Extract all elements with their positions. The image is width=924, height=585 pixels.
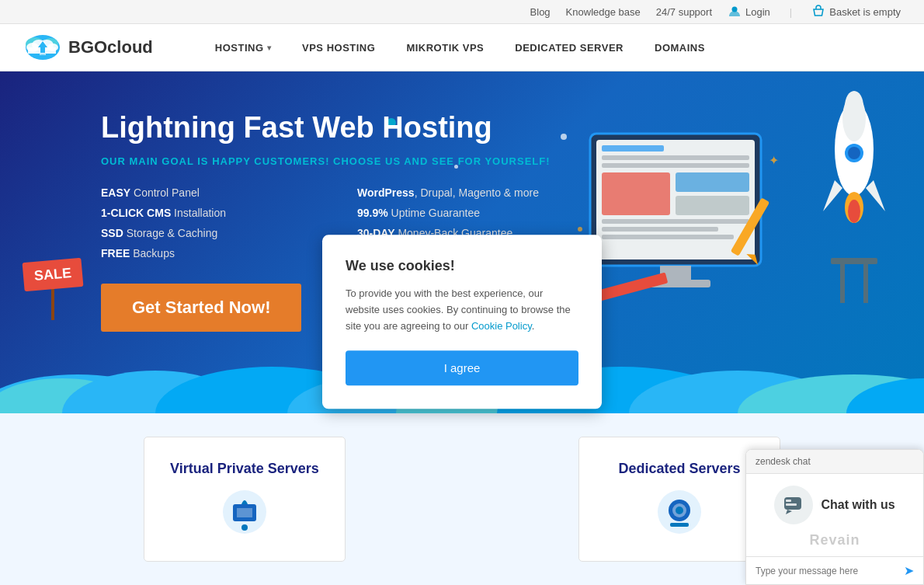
svg-marker-64 (786, 510, 792, 514)
rocket-illustration (808, 87, 901, 320)
monitor-illustration: ✦ ✦ (575, 118, 792, 351)
svg-rect-39 (831, 258, 877, 264)
svg-point-38 (848, 200, 860, 223)
chevron-down-icon: ▾ (267, 44, 272, 52)
svg-rect-14 (602, 145, 664, 151)
svg-rect-60 (670, 523, 689, 527)
basket-link[interactable]: Basket is empty (829, 6, 901, 18)
nav-dedicated-server[interactable]: DEDICATED SERVER (499, 34, 639, 61)
divider: | (790, 6, 792, 18)
svg-rect-20 (602, 219, 749, 224)
top-bar: Blog Knowledge base 24/7 support Login |… (0, 0, 924, 24)
zendesk-icon-area: Chat with us (774, 486, 894, 524)
zendesk-input-area: ➤ (746, 556, 923, 584)
svg-rect-21 (602, 227, 718, 232)
zendesk-message-input[interactable] (756, 566, 898, 576)
nav-hosting[interactable]: HOSTING ▾ (200, 34, 287, 61)
svg-marker-35 (823, 180, 842, 211)
zendesk-revain-label: Revain (809, 532, 860, 548)
cookie-title: We use cookies! (346, 258, 578, 274)
svg-rect-62 (786, 500, 791, 502)
knowledge-base-link[interactable]: Knowledge base (566, 6, 641, 18)
zendesk-header: zendesk chat (746, 450, 923, 474)
feature-6: 99.9% Uptime Guarantee (357, 207, 582, 219)
blog-link[interactable]: Blog (530, 6, 551, 18)
svg-point-34 (848, 147, 860, 159)
dedicated-icon (595, 489, 764, 538)
main-nav: HOSTING ▾ VPS HOSTING MIKROTIK VPS DEDIC… (200, 34, 901, 61)
svg-rect-19 (676, 196, 749, 215)
support-link[interactable]: 24/7 support (656, 6, 712, 18)
basket-icon (811, 5, 825, 19)
nav-domains[interactable]: DOMAINS (639, 34, 721, 61)
logo-icon (23, 32, 62, 63)
svg-point-32 (845, 91, 863, 122)
cookie-policy-link[interactable]: Cookie Policy (471, 320, 532, 332)
spacer-card (361, 437, 563, 562)
hero-title: Lightning Fast Web Hosting (101, 110, 582, 146)
zendesk-send-button[interactable]: ➤ (904, 563, 914, 578)
dedicated-card-title: Dedicated Servers (595, 461, 764, 477)
svg-rect-54 (237, 508, 252, 517)
basket-area: Basket is empty (811, 5, 901, 19)
feature-4: FREE Backups (101, 247, 326, 259)
logo[interactable]: BGOcloud (23, 32, 153, 63)
agree-button[interactable]: I agree (346, 350, 578, 385)
sale-sign: SALE (23, 260, 82, 320)
vps-card-title: Virtual Private Servers (160, 461, 329, 477)
svg-text:✦: ✦ (769, 154, 779, 167)
nav-vps-hosting[interactable]: VPS HOSTING (287, 34, 391, 61)
cookie-popup: We use cookies! To provide you with the … (322, 235, 602, 408)
feature-1: EASY Control Panel (101, 186, 326, 199)
header: BGOcloud HOSTING ▾ VPS HOSTING MIKROTIK … (0, 24, 924, 71)
sale-badge: SALE (23, 258, 84, 291)
svg-rect-22 (602, 235, 734, 239)
zendesk-chat: zendesk chat Chat with us Revain ➤ (745, 449, 924, 585)
user-icon (728, 5, 742, 19)
svg-rect-15 (602, 155, 749, 160)
login-link[interactable]: Login (745, 6, 770, 18)
svg-rect-41 (863, 264, 868, 303)
svg-rect-63 (786, 503, 797, 506)
feature-2: 1-CLICK CMS Installation (101, 207, 326, 219)
nav-mikrotik-vps[interactable]: MIKROTIK VPS (391, 34, 499, 61)
logo-text: BGOcloud (68, 37, 153, 57)
svg-rect-16 (602, 163, 749, 168)
hero-subtitle: OUR MAIN GOAL IS HAPPY CUSTOMERS! CHOOSE… (101, 155, 582, 167)
svg-marker-36 (866, 180, 885, 211)
vps-card[interactable]: Virtual Private Servers (144, 437, 346, 562)
login-area: Login (728, 5, 770, 19)
cookie-text: To provide you with the best experience,… (346, 286, 578, 334)
zendesk-chat-label: Chat with us (821, 498, 894, 512)
feature-3: SSD Storage & Caching (101, 227, 326, 239)
svg-rect-17 (602, 172, 670, 215)
get-started-button[interactable]: Get Started Now! (101, 284, 301, 332)
svg-point-59 (676, 507, 683, 514)
chat-bubble-icon (774, 486, 813, 524)
svg-rect-40 (840, 264, 845, 303)
zendesk-body: Chat with us Revain (746, 474, 923, 556)
sale-pole (51, 289, 54, 320)
svg-point-55 (241, 524, 248, 531)
svg-rect-18 (676, 172, 749, 192)
vps-icon (160, 489, 329, 538)
feature-5: WordPress, Drupal, Magento & more (357, 186, 582, 199)
